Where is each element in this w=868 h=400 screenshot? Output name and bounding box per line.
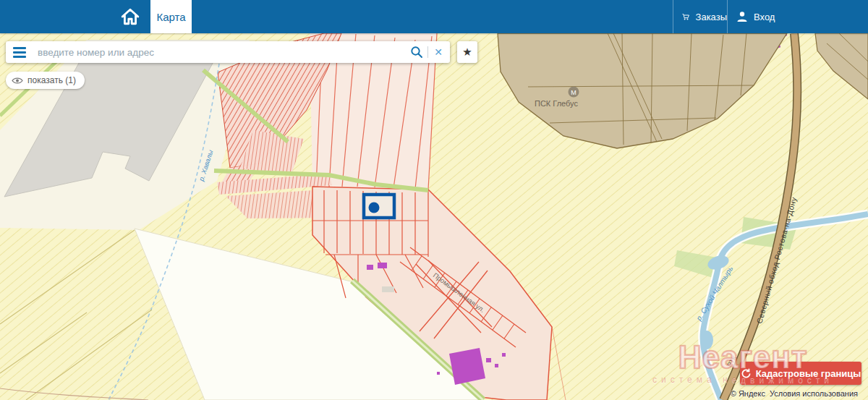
eye-icon xyxy=(12,77,23,85)
login-button[interactable]: Вход xyxy=(727,0,796,33)
top-navbar: Карта Заказы Вход xyxy=(0,0,868,33)
favorites-button[interactable]: ★ xyxy=(457,41,477,63)
pond-3 xyxy=(700,331,713,349)
divider xyxy=(427,46,428,58)
poi-label: ПСК Глебус xyxy=(535,99,579,108)
show-objects-label: показать (1) xyxy=(27,75,76,85)
search-icon[interactable] xyxy=(410,46,423,59)
poi-marker-glyph: М xyxy=(571,89,576,96)
search-panel: ✕ xyxy=(6,41,450,63)
clear-search-icon[interactable]: ✕ xyxy=(433,46,444,58)
orders-button[interactable]: Заказы xyxy=(673,0,727,33)
refresh-icon xyxy=(741,368,752,379)
terms-link[interactable]: Условия использования xyxy=(770,389,858,398)
cadastral-borders-button[interactable]: Кадастровые границы xyxy=(740,362,861,385)
tab-map[interactable]: Карта xyxy=(150,0,192,33)
selected-parcel-dot xyxy=(369,203,380,213)
search-input[interactable] xyxy=(33,43,410,61)
cadastral-borders-label: Кадастровые границы xyxy=(756,368,861,379)
home-button[interactable] xyxy=(110,0,150,33)
map-canvas[interactable]: Промышленная ул. xyxy=(0,33,868,400)
user-icon xyxy=(736,11,748,22)
orders-label: Заказы xyxy=(696,12,727,22)
tab-map-label: Карта xyxy=(156,11,185,23)
show-objects-toggle[interactable]: показать (1) xyxy=(6,72,85,89)
gray-building xyxy=(382,286,394,292)
home-icon xyxy=(121,8,140,25)
map-attribution: © ЯндексУсловия использования xyxy=(731,389,858,398)
cart-icon xyxy=(682,11,690,23)
copyright-label: © Яндекс xyxy=(731,389,765,398)
star-icon: ★ xyxy=(462,46,472,59)
cadastral-map-app: Промышленная ул. xyxy=(0,0,868,400)
login-label: Вход xyxy=(754,12,775,22)
menu-button[interactable] xyxy=(6,41,33,63)
